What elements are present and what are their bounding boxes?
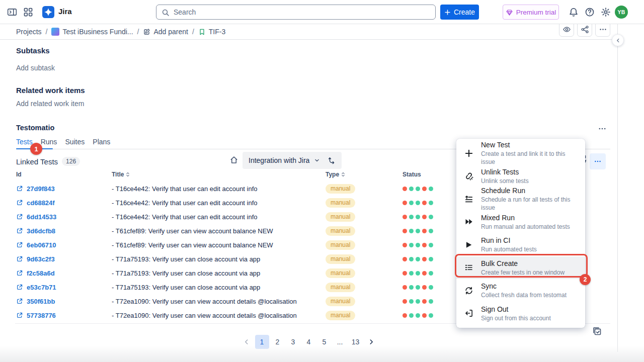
column-header-id[interactable]: Id [16,171,22,178]
status-dot-green [429,229,433,233]
test-type-badge: manual [326,226,355,236]
play-icon [464,240,473,249]
test-id-link[interactable]: 6eb06710 [16,238,56,252]
settings-gear-icon[interactable] [601,7,611,17]
add-subtask-button[interactable]: Add subtask [16,64,55,72]
menu-item-title: Schedule Run [481,186,578,196]
menu-item-run-in-ci[interactable]: Run in CIRun automated tests [456,233,585,256]
app-switcher-icon[interactable] [23,7,33,17]
status-dot-green [429,257,433,261]
breadcrumb-project[interactable]: Test iBusiness Fundi... [51,28,133,36]
sort-icon [125,172,130,177]
test-status-dots [403,266,433,280]
menu-item-new-test[interactable]: New TestCreate a test and link it it to … [456,142,585,165]
status-dot-green [429,187,433,191]
tests-more-actions-button[interactable] [590,153,606,169]
menu-item-bulk-create[interactable]: Bulk CreateCreate few tests in one windo… [456,256,585,280]
help-icon[interactable] [585,7,595,17]
test-id-link[interactable]: 6dd14533 [16,210,56,224]
status-dot-red [422,313,427,318]
status-dot-red [422,285,427,290]
create-button[interactable]: Create [440,5,479,20]
annotation-step-2-badge: 2 [580,274,591,285]
test-id-link[interactable]: 3d6dcfb8 [16,224,55,238]
test-type-cell: manual [326,182,355,196]
test-id-link[interactable]: 350f61bb [16,294,55,308]
panel-more-icon[interactable] [598,124,607,133]
menu-item-schedule-run[interactable]: Schedule RunSchedule a run for all tests… [456,188,585,211]
menu-item-text: Sign OutSign out from this account [481,305,551,322]
test-type-badge: manual [326,297,355,306]
bookmark-icon [198,28,206,36]
status-dot-green [429,201,433,205]
premium-gem-icon [506,9,513,16]
menu-item-text: Mixed RunRun manual and automated tests [481,213,570,231]
add-parent-button[interactable]: Add parent [143,28,188,36]
watch-eye-icon [562,25,571,34]
test-id-link[interactable]: 57738776 [16,308,56,322]
test-id-label: 3d6dcfb8 [27,227,55,235]
tab-suites[interactable]: Suites [65,138,85,150]
collapse-panel-button[interactable] [612,34,624,46]
subtasks-title: Subtasks [16,46,50,55]
test-id-label: 350f61bb [27,298,55,305]
external-link-icon [16,213,23,220]
menu-item-sign-out[interactable]: Sign OutSign out from this account [456,302,585,325]
test-id-label: 27d9f843 [27,185,55,193]
test-id-link[interactable]: f2c58a6d [16,266,55,280]
test-id-link[interactable]: 27d9f843 [16,182,55,196]
breadcrumb-issue-key[interactable]: TIF-3 [198,28,225,36]
home-icon[interactable] [229,155,238,164]
tab-plans[interactable]: Plans [93,138,110,150]
menu-item-title: Run in CI [481,236,537,245]
test-type-cell: manual [326,238,355,252]
app-name: Jira [58,7,72,16]
status-dot-green [409,243,414,247]
test-id-link[interactable]: 9d63c2f3 [16,252,55,266]
test-title: - T72ea1090: Verify user can view accoun… [112,308,297,322]
test-title: - T16ce4e42: Verify that user can edit a… [112,182,258,196]
external-link-icon [16,284,23,291]
external-link-icon [16,199,23,206]
test-id-link[interactable]: e53c7b71 [16,280,56,294]
search-input[interactable] [174,5,430,19]
jira-logo-icon[interactable] [42,6,54,18]
user-avatar[interactable]: YB [615,6,628,19]
sidebar-toggle-icon[interactable] [7,7,17,17]
column-header-title[interactable]: Title [112,171,130,178]
test-type-badge: manual [326,311,355,320]
menu-item-title: Sign Out [481,305,551,314]
status-dot-red [422,243,427,247]
menu-item-subtitle: Create a test and link it it to this iss… [481,150,578,166]
select-all-icon[interactable] [592,326,602,336]
test-type-cell: manual [326,252,355,266]
test-type-cell: manual [326,280,355,294]
add-related-work-item-button[interactable]: Add related work item [16,100,84,108]
suite-filter-dropdown[interactable]: Integration with Jira [243,152,342,169]
premium-trial-button[interactable]: Premium trial [503,5,559,20]
status-dot-red [403,313,407,318]
status-dot-red [403,243,407,247]
create-button-label: Create [454,8,475,16]
test-type-badge: manual [326,283,355,292]
breadcrumb-separator: / [192,28,194,36]
notifications-bell-icon[interactable] [569,7,579,17]
menu-item-text: Run in CIRun automated tests [481,236,537,253]
status-dot-green [409,299,414,304]
menu-item-subtitle: Run automated tests [481,245,537,253]
global-search[interactable] [156,5,436,20]
test-type-cell: manual [326,294,355,308]
column-header-type[interactable]: Type [326,171,346,178]
status-dot-red [422,229,427,233]
breadcrumb-projects[interactable]: Projects [16,28,42,36]
test-id-link[interactable]: cd68824f [16,196,55,210]
menu-item-mixed-run[interactable]: Mixed RunRun manual and automated tests [456,211,585,234]
plus-icon [444,9,451,16]
status-dot-green [429,299,433,304]
breadcrumb-project-name: Test iBusiness Fundi... [62,28,133,36]
menu-item-sync[interactable]: SyncCollect fresh data from testomat [456,279,585,302]
status-dot-green [409,229,414,233]
menu-item-unlink-tests[interactable]: Unlink TestsUnlink some tests [456,165,585,188]
menu-item-subtitle: Create few tests in one window [481,268,565,277]
external-link-icon [16,269,23,277]
